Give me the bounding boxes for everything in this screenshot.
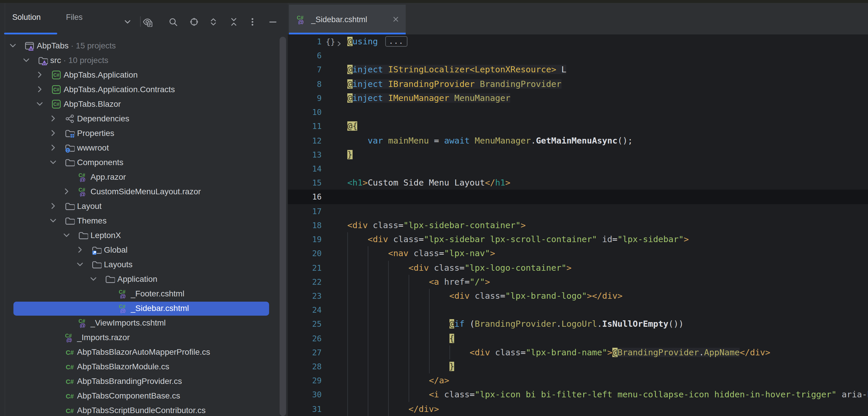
line-number[interactable]: 31 — [288, 402, 322, 416]
line-number[interactable]: 11 — [288, 119, 322, 133]
chevron-right-icon[interactable] — [49, 128, 58, 138]
panel-tab-solution[interactable]: Solution — [12, 13, 41, 22]
chevron-right-icon[interactable] — [49, 201, 58, 211]
always-select-opened-file-button[interactable] — [142, 17, 152, 27]
more-options-button[interactable] — [247, 17, 257, 27]
code-line-8[interactable]: 8@inject IBrandingProvider BrandingProvi… — [288, 77, 868, 91]
line-number[interactable]: 22 — [288, 275, 322, 289]
tree-item-footer-cshtml[interactable]: C#@_Footer.cshtml — [0, 286, 288, 301]
close-icon[interactable] — [391, 14, 400, 24]
chevron-right-icon[interactable] — [35, 70, 44, 79]
code-line-31[interactable]: 31 </div> — [288, 402, 868, 416]
code-line-14[interactable]: 14 — [288, 162, 868, 175]
fold-chevron-icon[interactable] — [336, 37, 344, 45]
search-button[interactable] — [168, 17, 178, 27]
line-number[interactable]: 20 — [288, 247, 322, 260]
tree-item-layout[interactable]: Layout — [0, 199, 288, 214]
editor-tab-sidebar-cshtml[interactable]: C#@ _Sidebar.cshtml — [289, 5, 406, 34]
code-line-11[interactable]: 11@{ — [288, 119, 868, 133]
tree-item-abptabs-application-contracts[interactable]: C#AbpTabs.Application.Contracts — [0, 82, 288, 97]
line-number[interactable]: 17 — [288, 204, 322, 218]
chevron-right-icon[interactable] — [35, 85, 44, 94]
code-line-19[interactable]: 19 <div class="lpx-sidebar lpx-scroll-co… — [288, 232, 868, 246]
chevron-down-icon[interactable] — [8, 41, 18, 50]
code-line-21[interactable]: 21 <div class="lpx-logo-container"> — [288, 260, 868, 275]
collapse-all-button[interactable] — [228, 17, 239, 27]
code-line-10[interactable]: 10 — [288, 105, 868, 119]
chevron-right-icon[interactable] — [75, 245, 85, 254]
chevron-down-icon[interactable] — [35, 99, 44, 108]
chevron-right-icon[interactable] — [49, 114, 58, 123]
line-number[interactable]: 7 — [288, 63, 322, 77]
chevron-down-icon[interactable] — [49, 158, 58, 167]
line-number[interactable]: 1 — [288, 34, 322, 49]
line-number[interactable]: 26 — [288, 331, 322, 345]
tree-item-application[interactable]: Application — [0, 272, 288, 286]
code-line-20[interactable]: 20 <nav class="lpx-nav"> — [288, 247, 868, 260]
code-line-12[interactable]: 12 var mainMenu = await MenuManager.GetM… — [288, 133, 868, 147]
tree-item-leptonx[interactable]: LeptonX — [0, 228, 288, 243]
tree-item-abptabs[interactable]: AbpTabs · 15 projects — [0, 38, 288, 53]
tree-item-global[interactable]: Global — [0, 243, 288, 257]
tree-item-abptabsbrandingprovider-cs[interactable]: C#AbpTabsBrandingProvider.cs — [0, 374, 288, 389]
code-line-28[interactable]: 28 } — [288, 359, 868, 374]
tree-item-layouts[interactable]: Layouts — [0, 257, 288, 272]
tree-item-abptabsblazorautomapperprofile-cs[interactable]: C#AbpTabsBlazorAutoMapperProfile.cs — [0, 345, 288, 359]
code-line-26[interactable]: 26 { — [288, 331, 868, 345]
line-number[interactable]: 15 — [288, 175, 322, 190]
code-line-27[interactable]: 27 <div class="lpx-brand-name">@Branding… — [288, 345, 868, 359]
tree-item-imports-razor[interactable]: C#@_Imports.razor — [0, 330, 288, 345]
line-number[interactable]: 16 — [288, 190, 322, 204]
code-editor[interactable]: 1{}@using ...67@inject IStringLocalizer<… — [288, 34, 868, 416]
code-line-29[interactable]: 29 </a> — [288, 374, 868, 388]
line-number[interactable]: 28 — [288, 359, 322, 374]
line-number[interactable]: 24 — [288, 303, 322, 317]
line-number[interactable]: 8 — [288, 77, 322, 91]
code-line-15[interactable]: 15<h1>Custom Side Menu Layout</h1> — [288, 175, 868, 190]
tree-item-customsidemenulayout-razor[interactable]: C#@CustomSideMenuLayout.razor — [0, 184, 288, 199]
tree-item-abptabs-application[interactable]: C#AbpTabs.Application — [0, 68, 288, 82]
code-line-13[interactable]: 13} — [288, 148, 868, 162]
chevron-down-icon[interactable] — [62, 230, 71, 240]
line-number[interactable]: 14 — [288, 162, 322, 175]
line-number[interactable]: 21 — [288, 260, 322, 275]
code-line-22[interactable]: 22 <a href="/"> — [288, 275, 868, 289]
chevron-down-icon[interactable] — [123, 17, 132, 27]
tree-item-abptabs-blazor[interactable]: C#AbpTabs.Blazor — [0, 97, 288, 111]
hide-panel-button[interactable] — [268, 17, 278, 27]
expand-all-button[interactable] — [208, 17, 218, 27]
code-line-23[interactable]: 23 <div class="lpx-brand-logo"></div> — [288, 289, 868, 303]
tree-item-dependencies[interactable]: Dependencies — [0, 111, 288, 126]
chevron-right-icon[interactable] — [62, 187, 71, 196]
code-line-16[interactable]: 16 — [288, 190, 868, 204]
tree-scrollbar[interactable] — [280, 37, 286, 416]
tree-item-abptabsscriptbundlecontributor-cs[interactable]: C#AbpTabsScriptBundleContributor.cs — [0, 403, 288, 416]
line-number[interactable]: 30 — [288, 388, 322, 402]
line-number[interactable]: 6 — [288, 49, 322, 62]
line-number[interactable]: 29 — [288, 374, 322, 388]
code-line-17[interactable]: 17 — [288, 204, 868, 218]
tree-item-properties[interactable]: Properties — [0, 126, 288, 140]
tree-item-app-razor[interactable]: C#@App.razor — [0, 170, 288, 184]
chevron-right-icon[interactable] — [49, 143, 58, 152]
tree-item-viewimports-cshtml[interactable]: C#@_ViewImports.cshtml — [0, 316, 288, 330]
tree-item-src[interactable]: src · 10 projects — [0, 53, 288, 68]
panel-tab-files[interactable]: Files — [66, 13, 83, 22]
code-line-25[interactable]: 25 @if (BrandingProvider.LogoUrl.IsNullO… — [288, 317, 868, 331]
line-number[interactable]: 13 — [288, 148, 322, 162]
chevron-down-icon[interactable] — [22, 56, 31, 65]
line-number[interactable]: 23 — [288, 289, 322, 303]
chevron-down-icon[interactable] — [89, 274, 98, 284]
code-line-18[interactable]: 18<div class="lpx-sidebar-container"> — [288, 218, 868, 232]
line-number[interactable]: 25 — [288, 317, 322, 331]
code-line-6[interactable]: 6 — [288, 49, 868, 62]
tree-item-components[interactable]: Components — [0, 155, 288, 170]
code-line-30[interactable]: 30 <i class="lpx-icon bi bi-filter-left … — [288, 388, 868, 402]
chevron-down-icon[interactable] — [49, 216, 58, 225]
code-line-9[interactable]: 9@inject IMenuManager MenuManager — [288, 91, 868, 105]
line-number[interactable]: 9 — [288, 91, 322, 105]
code-line-24[interactable]: 24 — [288, 303, 868, 317]
tree-item-abptabscomponentbase-cs[interactable]: C#AbpTabsComponentBase.cs — [0, 389, 288, 403]
line-number[interactable]: 18 — [288, 218, 322, 232]
select-opened-file-button[interactable] — [189, 17, 199, 27]
